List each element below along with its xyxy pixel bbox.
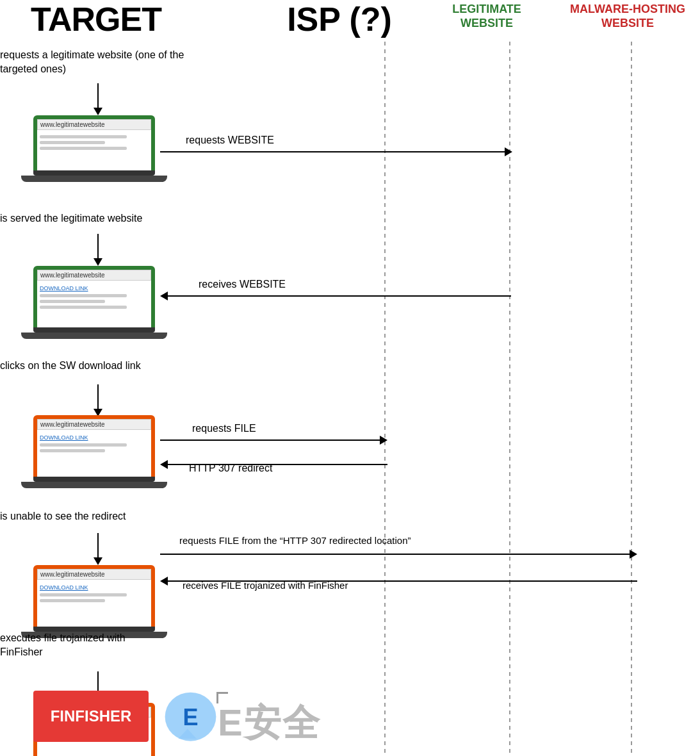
laptop2-download-link: DOWNLOAD LINK — [40, 285, 149, 292]
laptop1-url: www.legitimatewebsite — [37, 119, 151, 130]
isp-header: ISP (?) — [275, 0, 403, 38]
step4-label: is unable to see the redirect — [0, 509, 192, 523]
arrow-down-2 — [94, 234, 102, 266]
laptop2-url: www.legitimatewebsite — [37, 270, 151, 281]
malware-hosting-header: MALWARE-HOSTINGWEBSITE — [564, 3, 692, 30]
arrow-requests-file — [160, 436, 387, 445]
arrow-receives-file-trojanized-label: receives FILE trojanized with FinFisher — [183, 580, 348, 591]
arrow-down-4 — [94, 533, 102, 565]
watermark-text: E安全 — [218, 698, 321, 748]
laptop-3: www.legitimatewebsite DOWNLOAD LINK — [33, 415, 155, 488]
arrow-down-1 — [94, 83, 102, 115]
step5-label: executes file trojanized withFinFisher — [0, 631, 179, 660]
arrow-receives-website — [160, 292, 511, 300]
arrow-down-3 — [94, 384, 102, 416]
step2-label: is served the legitimate website — [0, 211, 205, 226]
arrow-http307-label: HTTP 307 redirect — [189, 463, 272, 474]
step3-label: clicks on the SW download link — [0, 359, 192, 373]
laptop-1: www.legitimatewebsite — [33, 115, 155, 182]
svg-text:E: E — [183, 704, 198, 730]
arrow-requests-file-label: requests FILE — [192, 423, 256, 434]
watermark-bracket — [216, 692, 228, 703]
laptop3-download-link: DOWNLOAD LINK — [40, 434, 149, 441]
laptop4-url: www.legitimatewebsite — [37, 569, 151, 580]
arrow-receives-website-label: receives WEBSITE — [199, 279, 286, 290]
malware-vline — [631, 42, 632, 756]
arrow-requests-website — [160, 147, 512, 156]
legitimate-website-header: LEGITIMATEWEBSITE — [435, 3, 538, 30]
step1-label: requests a legitimate website (one of th… — [0, 48, 186, 77]
arrow-requests-file-redirect-label: requests FILE from the “HTTP 307 redirec… — [179, 535, 411, 546]
finfisher-box: FINFISHER — [33, 691, 149, 742]
diagram-container: TARGET ISP (?) LEGITIMATEWEBSITE MALWARE… — [0, 0, 700, 756]
echat-icon: E — [160, 689, 221, 750]
laptop4-download-link: DOWNLOAD LINK — [40, 584, 149, 591]
arrow-requests-file-redirect — [160, 550, 637, 559]
laptop-2: www.legitimatewebsite DOWNLOAD LINK — [33, 266, 155, 339]
laptop3-url: www.legitimatewebsite — [37, 419, 151, 430]
arrow-requests-website-label: requests WEBSITE — [186, 135, 274, 146]
target-header: TARGET — [0, 0, 192, 38]
laptop-4: www.legitimatewebsite DOWNLOAD LINK — [33, 565, 155, 638]
